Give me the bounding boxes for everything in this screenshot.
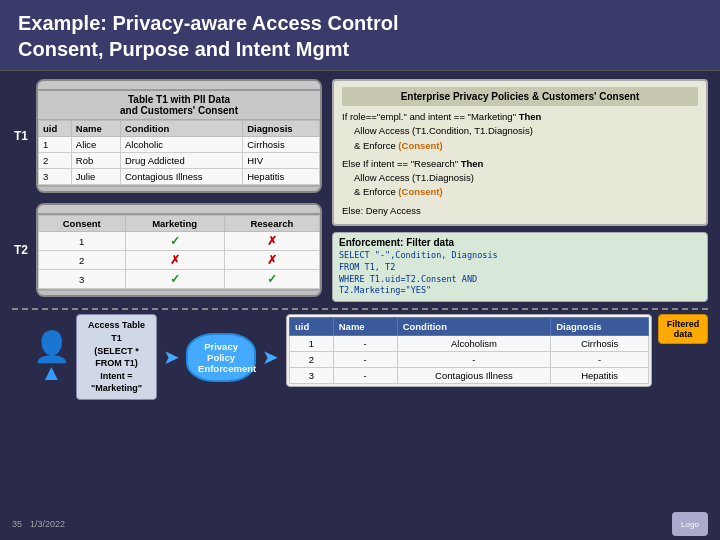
sql-text: SELECT "-",Condition, DiagnosisFROM T1, …: [339, 250, 701, 298]
cross-icon: ✗: [267, 253, 277, 267]
cell: Drug Addicted: [120, 153, 242, 169]
pe-text-2: Enforcement: [198, 363, 256, 374]
rule1-indent: Allow Access (T1.Condition, T1.Diagnosis…: [342, 125, 533, 150]
cell: 2: [39, 153, 72, 169]
cell: Alcoholic: [120, 137, 242, 153]
bottom-section: 👤 ▲ Access Table T1(SELECT * FROM T1)Int…: [0, 312, 720, 510]
person-icon: 👤: [33, 329, 70, 364]
cell: ✓: [224, 270, 319, 289]
rule1-prefix: If role=="empl." and intent == "Marketin…: [342, 111, 519, 122]
cell: Cirrhosis: [243, 137, 320, 153]
filtered-label-1: Filtered: [667, 319, 700, 329]
up-arrow-icon: ▲: [41, 360, 63, 386]
result-col-diagnosis: Diagnosis: [551, 318, 649, 336]
rule2: Else If intent == "Research" Then Allow …: [342, 157, 698, 200]
t2-table: Consent Marketing Research 1 ✓ ✗: [38, 215, 320, 289]
check-icon: ✓: [170, 272, 180, 286]
logo: Logo: [672, 512, 708, 536]
person-section: 👤 ▲: [33, 329, 70, 386]
cell: 2: [39, 251, 126, 270]
check-icon: ✓: [170, 234, 180, 248]
t2-col-research: Research: [224, 216, 319, 232]
enterprise-box: Enterprise Privacy Policies & Customers'…: [332, 79, 708, 226]
cell: -: [333, 352, 397, 368]
result-row: uid Name Condition Diagnosis 1 - Alcohol…: [286, 314, 708, 387]
cell: ✗: [224, 251, 319, 270]
t1-db-top: [38, 81, 320, 91]
table-row: 2 - - -: [290, 352, 649, 368]
t2-db-top: [38, 205, 320, 215]
left-panel: T1 Table T1 with PII Data and Customers'…: [12, 79, 322, 302]
rule2-prefix: Else If intent == "Research": [342, 158, 461, 169]
enterprise-title: Enterprise Privacy Policies & Customers'…: [342, 87, 698, 106]
rule3-text: Else: Deny Access: [342, 205, 421, 216]
right-panel: Enterprise Privacy Policies & Customers'…: [332, 79, 708, 302]
t1-section: T1 Table T1 with PII Data and Customers'…: [36, 79, 322, 193]
table-row: 3 Julie Contagious Illness Hepatitis: [39, 169, 320, 185]
table-row: 1 - Alcoholism Cirrhosis: [290, 336, 649, 352]
result-table-container: uid Name Condition Diagnosis 1 - Alcohol…: [286, 314, 652, 387]
cell: ✓: [125, 232, 224, 251]
title-line1: Example: Privacy-aware Access Control: [18, 10, 702, 36]
enforcement-title: Enforcement: Filter data: [339, 237, 701, 248]
dashed-line: [12, 308, 708, 310]
cell: 1: [39, 232, 126, 251]
filtered-label-2: data: [674, 329, 693, 339]
rule3: Else: Deny Access: [342, 204, 698, 218]
table-row: 2 ✗ ✗: [39, 251, 320, 270]
cell: Alcoholism: [397, 336, 551, 352]
t1-col-uid: uid: [39, 121, 72, 137]
table-row: 3 - Contagious Illness Hepatitis: [290, 368, 649, 384]
cell: Cirrhosis: [551, 336, 649, 352]
cell: ✗: [224, 232, 319, 251]
cell: 3: [39, 270, 126, 289]
enforcement-box: Enforcement: Filter data SELECT "-",Cond…: [332, 232, 708, 303]
rule1-keyword: Then: [519, 111, 542, 122]
cell: Alice: [71, 137, 120, 153]
result-col-uid: uid: [290, 318, 334, 336]
filtered-badge: Filtered data: [658, 314, 708, 344]
cell: Contagious Illness: [397, 368, 551, 384]
cell: Contagious Illness: [120, 169, 242, 185]
rule2-indent: Allow Access (T1.Diagnosis) & Enforce (C…: [342, 172, 474, 197]
arrow-pe: ➤: [163, 345, 180, 369]
result-table: uid Name Condition Diagnosis 1 - Alcohol…: [289, 317, 649, 384]
cell: 3: [290, 368, 334, 384]
bottom-left-row: 👤 ▲ Access Table T1(SELECT * FROM T1)Int…: [33, 314, 279, 400]
t1-col-diagnosis: Diagnosis: [243, 121, 320, 137]
cell: Hepatitis: [243, 169, 320, 185]
t2-db: Consent Marketing Research 1 ✓ ✗: [36, 203, 322, 297]
rule2-keyword: Then: [461, 158, 484, 169]
page-number: 35: [12, 519, 22, 529]
rule2-consent: (Consent): [398, 186, 442, 197]
check-icon: ✓: [267, 272, 277, 286]
result-section: uid Name Condition Diagnosis 1 - Alcohol…: [286, 314, 708, 387]
t2-col-marketing: Marketing: [125, 216, 224, 232]
t2-col-consent: Consent: [39, 216, 126, 232]
footer-date: 1/3/2022: [30, 519, 65, 529]
cell: -: [333, 368, 397, 384]
cell: Hepatitis: [551, 368, 649, 384]
header: Example: Privacy-aware Access Control Co…: [0, 0, 720, 71]
table-row: 3 ✓ ✓: [39, 270, 320, 289]
page: Example: Privacy-aware Access Control Co…: [0, 0, 720, 540]
table-row: 1 Alice Alcoholic Cirrhosis: [39, 137, 320, 153]
table-row: 1 ✓ ✗: [39, 232, 320, 251]
arrow-right2-icon: ➤: [262, 345, 279, 369]
t2-section: T2 Consent Marketing Research: [36, 203, 322, 297]
cell: -: [397, 352, 551, 368]
arrow-right-icon: ➤: [163, 345, 180, 369]
pe-text-1: Privacy Policy: [204, 341, 238, 363]
cell: ✗: [125, 251, 224, 270]
cell: 2: [290, 352, 334, 368]
cell: 1: [290, 336, 334, 352]
t1-title-1: Table T1 with PII Data: [128, 94, 230, 105]
rule1-consent: (Consent): [398, 140, 442, 151]
bottom-left: 👤 ▲ Access Table T1(SELECT * FROM T1)Int…: [36, 314, 276, 400]
main-content: T1 Table T1 with PII Data and Customers'…: [0, 71, 720, 306]
cell: -: [551, 352, 649, 368]
privacy-enforcement-label: Privacy Policy Enforcement: [186, 333, 256, 382]
cell: 3: [39, 169, 72, 185]
cross-icon: ✗: [170, 253, 180, 267]
cell: Rob: [71, 153, 120, 169]
